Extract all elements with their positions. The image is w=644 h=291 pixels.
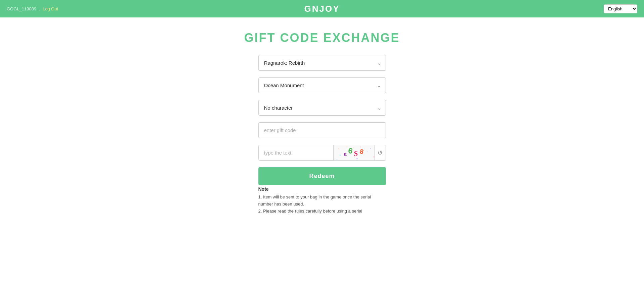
- server-dropdown[interactable]: Ocean Monument Server 1 Server 2: [258, 77, 386, 93]
- note-line-1: 1. Item will be sent to your bag in the …: [258, 194, 371, 207]
- language-selector[interactable]: English 한국어 日本語 中文: [604, 4, 637, 13]
- svg-point-13: [336, 159, 337, 160]
- captcha-image: e 6 S 8: [333, 145, 375, 160]
- note-text: 1. Item will be sent to your bag in the …: [258, 194, 386, 215]
- svg-point-8: [370, 148, 371, 149]
- game-dropdown[interactable]: Ragnarok: Rebirth Ragnarok Online Ragnar…: [258, 55, 386, 71]
- server-dropdown-wrapper: Ocean Monument Server 1 Server 2 ⌄: [258, 77, 386, 93]
- svg-point-0: [340, 155, 341, 156]
- note-section: Note 1. Item will be sent to your bag in…: [258, 186, 386, 215]
- svg-point-14: [346, 146, 347, 147]
- header-right: English 한국어 日本語 中文: [604, 4, 637, 13]
- captcha-row: e 6 S 8 ↺: [258, 145, 386, 161]
- main-content: GIFT CODE EXCHANGE Ragnarok: Rebirth Rag…: [0, 17, 644, 228]
- logout-link[interactable]: Log Out: [43, 6, 58, 11]
- svg-point-4: [373, 156, 375, 158]
- captcha-refresh-button[interactable]: ↺: [375, 145, 385, 160]
- svg-point-9: [338, 148, 339, 149]
- captcha-input[interactable]: [259, 145, 333, 160]
- character-dropdown[interactable]: No character: [258, 100, 386, 116]
- svg-point-11: [360, 147, 361, 148]
- game-dropdown-wrapper: Ragnarok: Rebirth Ragnarok Online Ragnar…: [258, 55, 386, 71]
- form-container: Ragnarok: Rebirth Ragnarok Online Ragnar…: [258, 55, 386, 185]
- site-logo: GNJOY: [304, 4, 340, 14]
- refresh-icon: ↺: [378, 149, 383, 157]
- user-id: GOGL_119089...: [7, 6, 40, 11]
- character-dropdown-wrapper: No character ⌄: [258, 100, 386, 116]
- note-title: Note: [258, 186, 386, 192]
- header-left: GOGL_119089... Log Out: [7, 6, 58, 11]
- svg-point-2: [356, 158, 358, 159]
- svg-point-3: [366, 152, 367, 153]
- note-line-2: 2. Please read the rules carefully befor…: [258, 209, 362, 214]
- redeem-button[interactable]: Redeem: [258, 167, 386, 185]
- gift-code-input[interactable]: [258, 122, 386, 138]
- captcha-char-4: 8: [359, 148, 365, 157]
- page-title: GIFT CODE EXCHANGE: [244, 31, 400, 45]
- header: GOGL_119089... Log Out GNJOY English 한국어…: [0, 0, 644, 17]
